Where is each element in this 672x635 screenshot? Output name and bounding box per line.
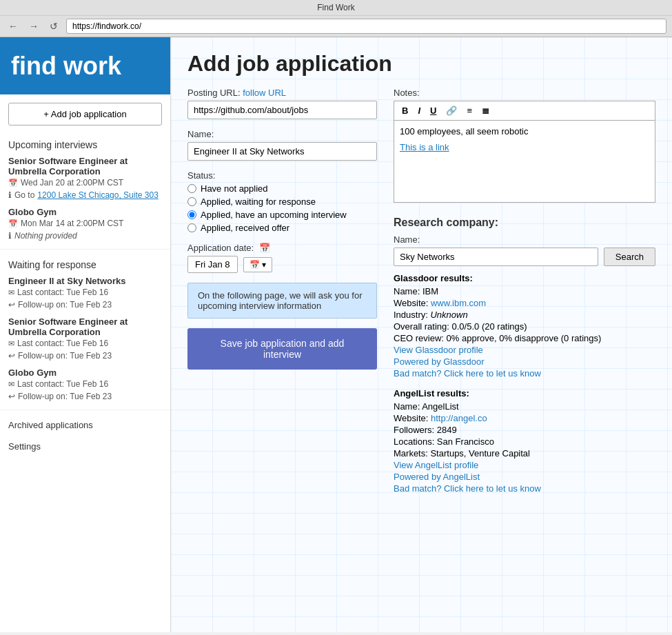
status-radio-1[interactable] xyxy=(187,184,196,193)
sidebar-brand: find work xyxy=(0,37,170,94)
angellist-title: AngelList results: xyxy=(394,388,655,399)
form-left: Posting URL: follow URL Name: Status: Ha… xyxy=(187,88,377,503)
page-title: Add job application xyxy=(187,51,655,77)
glassdoor-website: Website: www.ibm.com xyxy=(394,298,655,308)
glassdoor-rating: Overall rating: 0.0/5.0 (20 ratings) xyxy=(394,321,655,332)
forward-button[interactable]: → xyxy=(26,19,41,33)
save-button[interactable]: Save job application and add interview xyxy=(187,328,377,370)
back-button[interactable]: ← xyxy=(6,19,21,33)
angellist-view-link[interactable]: View AngelList profile xyxy=(394,460,655,470)
email-icon-2 xyxy=(8,339,14,348)
angellist-markets: Markets: Startups, Venture Capital xyxy=(394,448,655,458)
status-group: Status: Have not applied Applied, waitin… xyxy=(187,170,377,233)
research-title: Research company: xyxy=(394,216,655,229)
angellist-powered-link[interactable]: Powered by AngelList xyxy=(394,472,655,482)
waiting-item-2-followup: Follow-up on: Tue Feb 23 xyxy=(8,350,162,362)
posting-url-label: Posting URL: follow URL xyxy=(187,88,377,98)
follow-url-link[interactable]: follow URL xyxy=(243,88,286,98)
status-radio-4[interactable] xyxy=(187,223,196,232)
name-label: Name: xyxy=(187,129,377,139)
upcoming-item-2-date: Mon Mar 14 at 2:00PM CST xyxy=(8,217,162,230)
page-tab-title: Find Work xyxy=(317,3,354,12)
status-option-3[interactable]: Applied, have an upcoming interview xyxy=(187,210,377,220)
glassdoor-powered-link[interactable]: Powered by Glassdoor xyxy=(394,356,655,367)
reload-button[interactable]: ↺ xyxy=(47,19,61,33)
list-button[interactable]: ≡ xyxy=(463,104,476,117)
info-icon-2 xyxy=(8,231,12,241)
name-group: Name: xyxy=(187,129,377,161)
app-date-label: Application date: 📅 xyxy=(187,243,377,253)
waiting-item-2-contact: Last contact: Tue Feb 16 xyxy=(8,337,162,350)
reply-icon-3 xyxy=(8,392,15,401)
angellist-locations: Locations: San Francisco xyxy=(394,436,655,447)
email-icon-1 xyxy=(8,288,14,297)
glassdoor-view-link[interactable]: View Glassdoor profile xyxy=(394,345,655,355)
info-box: On the following page, we will ask you f… xyxy=(187,283,377,319)
waiting-title: Waiting for response xyxy=(0,254,170,273)
calendar-icon-2 xyxy=(8,219,18,228)
angellist-name: Name: AngelList xyxy=(394,401,655,412)
angellist-website-link[interactable]: http://angel.co xyxy=(431,413,487,423)
location-prefix: Go to xyxy=(14,190,34,200)
app-date-group: Application date: 📅 Fri Jan 8 📅 ▾ xyxy=(187,243,377,273)
notes-toolbar: B I U 🔗 ≡ ≣ xyxy=(394,101,655,120)
waiting-item-2: Senior Software Engineer at Umbrella Cor… xyxy=(0,314,170,365)
glassdoor-results: Glassdoor results: Name: IBM Website: ww… xyxy=(394,273,655,379)
angellist-bad-match-link[interactable]: Bad match? Click here to let us know xyxy=(394,483,655,494)
reply-icon-2 xyxy=(8,351,15,361)
angellist-followers: Followers: 2849 xyxy=(394,425,655,435)
calendar-icon-1 xyxy=(8,178,18,188)
waiting-item-1: Engineer II at Sky Networks Last contact… xyxy=(0,273,170,314)
email-icon-3 xyxy=(8,379,14,389)
date-display: Fri Jan 8 xyxy=(187,256,238,273)
posting-url-group: Posting URL: follow URL xyxy=(187,88,377,119)
posting-url-input[interactable] xyxy=(187,101,377,119)
date-picker-button[interactable]: 📅 ▾ xyxy=(243,257,272,272)
settings-link[interactable]: Settings xyxy=(0,436,170,457)
waiting-item-3-followup: Follow-up on: Tue Feb 23 xyxy=(8,390,162,403)
status-radio-3[interactable] xyxy=(187,210,196,219)
location-link-1[interactable]: 1200 Lake St Chicago, Suite 303 xyxy=(37,190,158,200)
status-option-1[interactable]: Have not applied xyxy=(187,183,377,194)
waiting-item-2-name: Senior Software Engineer at Umbrella Cor… xyxy=(8,316,162,337)
angellist-results: AngelList results: Name: AngelList Websi… xyxy=(394,388,655,494)
notes-link[interactable]: This is a link xyxy=(400,142,449,152)
status-option-4[interactable]: Applied, received offer xyxy=(187,223,377,233)
glassdoor-ceo: CEO review: 0% approve, 0% disapprove (0… xyxy=(394,333,655,343)
url-bar[interactable] xyxy=(66,19,666,34)
name-input[interactable] xyxy=(187,142,377,161)
waiting-item-3: Globo Gym Last contact: Tue Feb 16 Follo… xyxy=(0,365,170,405)
link-button[interactable]: 🔗 xyxy=(442,104,460,117)
underline-button[interactable]: U xyxy=(427,104,440,117)
notes-text: 100 employees, all seem robotic xyxy=(400,126,649,137)
glassdoor-industry: Industry: Unknown xyxy=(394,310,655,320)
upcoming-item-1-location: Go to 1200 Lake St Chicago, Suite 303 xyxy=(8,189,162,201)
glassdoor-website-link[interactable]: www.ibm.com xyxy=(431,298,486,308)
notes-section: Notes: B I U 🔗 ≡ ≣ 100 employees, all se… xyxy=(394,88,655,203)
angellist-website: Website: http://angel.co xyxy=(394,413,655,423)
research-input[interactable] xyxy=(394,248,598,266)
calendar-icon-date: 📅 xyxy=(259,243,270,253)
upcoming-item-2-location: Nothing provided xyxy=(8,230,162,242)
status-label: Status: xyxy=(187,170,377,181)
status-radio-2[interactable] xyxy=(187,197,196,206)
add-application-button[interactable]: + Add job application xyxy=(8,103,162,125)
bold-button[interactable]: B xyxy=(398,104,411,117)
upcoming-item-1-date: Wed Jan 20 at 2:00PM CST xyxy=(8,177,162,189)
ordered-list-button[interactable]: ≣ xyxy=(478,104,493,117)
glassdoor-industry-value: Unknown xyxy=(430,310,467,320)
sidebar: find work + Add job application Upcoming… xyxy=(0,37,171,632)
upcoming-item-2-name: Globo Gym xyxy=(8,207,162,217)
glassdoor-bad-match-link[interactable]: Bad match? Click here to let us know xyxy=(394,368,655,379)
italic-button[interactable]: I xyxy=(414,104,424,117)
upcoming-item-1-name: Senior Software Engineer at Umbrella Cor… xyxy=(8,156,162,177)
search-button[interactable]: Search xyxy=(604,248,655,266)
status-option-2[interactable]: Applied, waiting for response xyxy=(187,196,377,207)
waiting-item-3-contact: Last contact: Tue Feb 16 xyxy=(8,378,162,390)
divider-2 xyxy=(0,410,170,410)
archived-applications-link[interactable]: Archived applications xyxy=(0,414,170,436)
date-row: Fri Jan 8 📅 ▾ xyxy=(187,256,377,273)
form-layout: Posting URL: follow URL Name: Status: Ha… xyxy=(187,88,655,503)
glassdoor-name: Name: IBM xyxy=(394,286,655,296)
status-radio-group: Have not applied Applied, waiting for re… xyxy=(187,183,377,233)
